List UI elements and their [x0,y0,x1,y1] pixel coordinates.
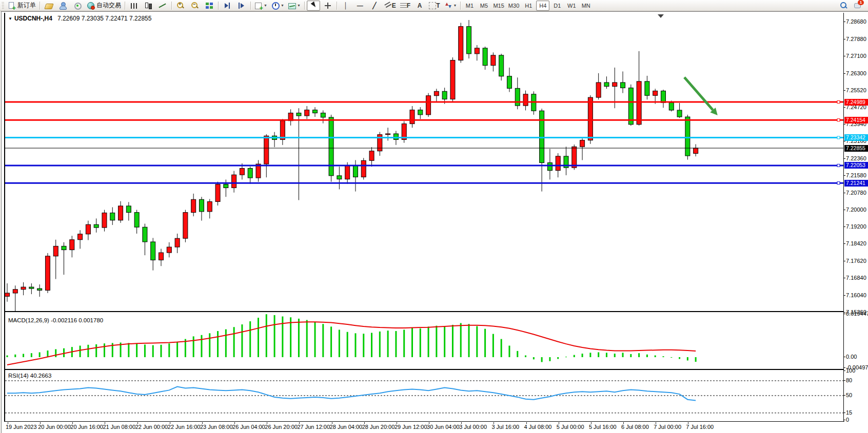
tf-m5-button[interactable]: M5 [477,1,490,11]
tf-m30-button[interactable]: M30 [507,1,521,11]
fibonacci-button[interactable]: F [399,1,412,11]
profile-button[interactable] [56,1,70,11]
candle-body [499,55,504,76]
chevron-down-icon[interactable]: ▼ [297,4,301,7]
line-anchor-handle[interactable] [837,164,840,167]
macd-hist-bar [55,349,56,357]
macd-tick-label: 0.019447 [846,311,868,317]
new-order-button[interactable]: 新订单 [6,1,37,11]
macd-hist-bar [428,326,429,357]
line-chart-button[interactable] [156,1,169,11]
candle-body [418,110,423,115]
text-label-button[interactable]: T [427,1,441,11]
macd-hist-bar [80,346,81,357]
line-anchor-handle[interactable] [837,119,840,121]
candle-body [207,201,212,211]
price-axis[interactable]: 7.286807.278807.271007.263007.255207.247… [843,13,868,422]
candle-body [645,81,649,95]
chart-canvas[interactable] [5,13,844,422]
periods-icon [271,2,280,10]
auto-scroll-button[interactable] [221,1,234,11]
candle-body [297,113,301,115]
tile-windows-button[interactable] [203,1,216,11]
candlestick-chart-button[interactable] [142,1,155,11]
candle-body [134,213,139,228]
signals-button[interactable] [71,1,84,11]
tf-h4-button[interactable]: H4 [536,1,549,11]
macd-hist-bar [638,353,640,357]
candle-body [102,213,107,228]
shapes-button[interactable]: ▼ [443,1,459,11]
crosshair-button[interactable] [321,1,334,11]
tf-w1-button-label: W1 [567,3,576,9]
zoom-out-button[interactable] [188,1,202,11]
candle-body [37,288,42,290]
candle-body [621,83,625,88]
zoom-in-button[interactable] [174,1,187,11]
tf-d1-button[interactable]: D1 [550,1,564,11]
text-icon: A [418,2,422,9]
cursor-button[interactable] [307,1,320,11]
time-tick-label: 27 Jun 12:00 [297,424,330,430]
macd-hist-bar [23,354,24,357]
line-anchor-handle[interactable] [837,101,840,104]
candle-body [78,234,83,240]
templates-button[interactable]: ▼ [287,1,302,11]
bar-chart-button[interactable] [127,1,141,11]
chat-button[interactable]: 1 [851,1,864,11]
macd-hist-bar [258,318,259,357]
styler-button[interactable] [42,1,55,11]
current-price-tag: 7.22855 [844,145,868,152]
chart-shift-button[interactable] [235,1,248,11]
macd-hist-bar [484,329,486,357]
trend-line-icon: ╱ [372,2,376,9]
chevron-down-icon[interactable]: ▼ [281,4,284,7]
time-tick-label: 23 Jun 08:00 [200,424,233,430]
time-tick-label: 28 Jun 04:00 [330,424,363,430]
chevron-down-icon[interactable]: ▼ [453,4,457,7]
cursor-icon [309,2,318,10]
candle-body [353,166,358,177]
time-tick-label: 26 Jun 20:00 [265,424,298,430]
macd-hist-bar [541,357,543,362]
new-order-icon [8,2,16,10]
text-button[interactable]: A [413,1,426,11]
tf-h1-button[interactable]: H1 [522,1,535,11]
candle-body [459,27,463,60]
horizontal-line-button[interactable]: — [353,1,367,11]
equidistant-channel-button[interactable]: E [382,1,398,11]
chat-icon: 1 [854,2,862,10]
vertical-line-button[interactable]: │ [339,1,352,11]
price-tick-label: 7.27880 [846,36,866,42]
chart-plot-area[interactable]: ▼ USDCNH-,H4 7.22609 7.23035 7.22471 7.2… [4,13,844,422]
candle-body [483,48,487,66]
macd-hist-bar [501,339,502,357]
toolbar-separator [218,2,219,10]
toolbar-separator [125,2,125,10]
trend-line-button[interactable]: ╱ [368,1,381,11]
macd-hist-bar [379,332,381,357]
candle-body [5,293,10,296]
search-button[interactable] [837,1,850,11]
bar-chart-icon [131,3,137,9]
tf-m15-button[interactable]: M15 [491,1,505,11]
line-anchor-handle[interactable] [837,182,840,184]
indicators-button[interactable]: ▼ [253,1,269,11]
line-anchor-handle[interactable] [837,136,840,139]
equidistant-channel-icon [384,2,392,10]
price-line-tag: 7.22053 [844,162,868,169]
price-tick-label: 7.22360 [846,155,866,161]
candle-body [507,76,511,89]
auto-trading-button[interactable]: 自动交易 [85,1,123,11]
tf-mn-button[interactable]: MN [579,1,593,11]
periods-button[interactable]: ▼ [270,1,286,11]
price-tick-label: 7.21580 [846,172,866,178]
tf-w1-button[interactable]: W1 [565,1,578,11]
tf-m1-button[interactable]: M1 [463,1,476,11]
macd-hist-bar [306,320,308,357]
chevron-down-icon[interactable]: ▼ [264,4,267,7]
time-axis[interactable]: 19 Jun 202320 Jun 00:0020 Jun 16:0021 Ju… [4,422,868,432]
time-tick-label: 5 Jul 00:00 [557,424,584,430]
candle-body [167,247,171,253]
trend-arrow[interactable] [684,77,713,110]
